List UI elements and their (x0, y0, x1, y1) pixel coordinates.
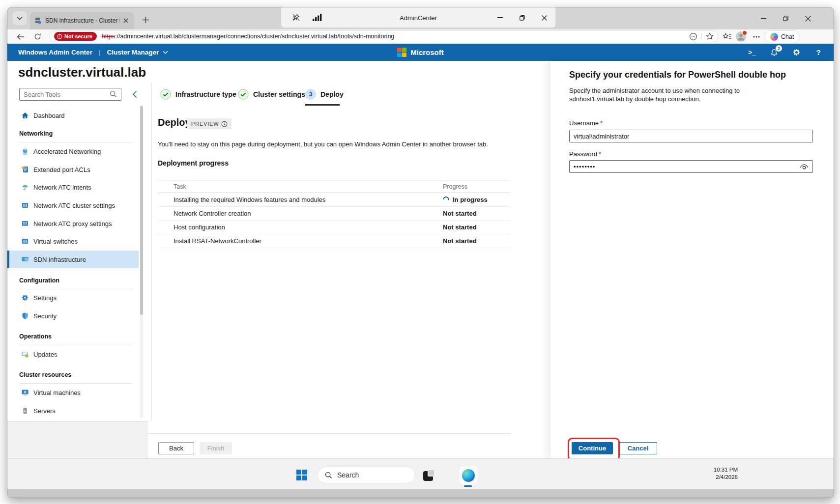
sidebar-item-network-atc-cluster-settings[interactable]: Network ATC cluster settings (7, 198, 139, 213)
step-number-badge: 3 (305, 89, 316, 100)
required-mark: * (600, 119, 603, 127)
taskbar-search[interactable]: Search (317, 467, 415, 483)
window-restore-button[interactable] (775, 7, 797, 29)
username-field[interactable] (569, 130, 813, 142)
reveal-password-eye-icon[interactable] (799, 163, 809, 170)
help-icon[interactable]: ? (814, 48, 823, 57)
gear-icon[interactable] (792, 48, 801, 57)
task-view-icon[interactable] (423, 471, 433, 481)
sidebar-scrollbar[interactable] (140, 105, 143, 418)
column-progress: Progress (443, 183, 467, 190)
sidebar-item-network-atc-proxy-settings[interactable]: Network ATC proxy settings (7, 216, 139, 231)
content-divider (151, 83, 152, 421)
tab-close-icon[interactable] (121, 16, 130, 25)
sidebar-collapse-icon[interactable] (130, 89, 140, 99)
deploy-note: You'll need to stay on this page during … (158, 140, 488, 148)
tab-title: SDN infrastructure - Cluster Mana (45, 17, 120, 24)
sidebar-item-updates[interactable]: Updates (7, 347, 139, 362)
grid-settings-icon (21, 220, 29, 227)
tab-favicon-cluster-icon (34, 17, 42, 25)
wizard-step-cluster-settings[interactable]: Cluster settings (238, 89, 305, 100)
servers-icon (21, 407, 29, 415)
window-minimize-button[interactable] (753, 7, 775, 29)
column-task: Task (158, 183, 443, 190)
microsoft-wordmark: Microsoft (410, 48, 444, 56)
microsoft-logo (397, 48, 406, 57)
step-complete-icon (238, 89, 249, 100)
edge-browser-icon[interactable] (459, 466, 478, 485)
wizard-footer-divider (148, 433, 511, 434)
table-row: Host configuration Not started (158, 221, 511, 234)
sidebar-item-network-atc-intents[interactable]: Network ATC intents (7, 180, 139, 195)
taskbar: Search ITA 10:31 PM 2/4/2026 (7, 458, 834, 489)
notifications-bell-icon[interactable]: 2 (770, 48, 779, 57)
scrollbar-thumb[interactable] (140, 106, 143, 315)
date-text: 2/4/2026 (716, 474, 738, 480)
continue-button[interactable]: Continue (572, 442, 613, 454)
sidebar-item-virtual-machines[interactable]: Virtual machines (7, 385, 139, 400)
sidebar-item-settings[interactable]: Settings (7, 290, 139, 305)
refresh-button[interactable] (31, 30, 44, 43)
notification-count-badge: 2 (776, 45, 782, 52)
sidebar-item-extended-port-acls[interactable]: Extended port ACLs (7, 162, 139, 177)
wizard-step-infrastructure-type[interactable]: Infrastructure type (160, 89, 236, 100)
settings-more-icon[interactable] (751, 31, 762, 42)
rdp-close-button[interactable] (533, 7, 555, 28)
chevron-down-icon (17, 16, 23, 20)
password-field[interactable] (569, 160, 813, 173)
sidebar-item-dashboard[interactable]: Dashboard (7, 108, 139, 123)
start-button[interactable] (296, 470, 307, 480)
active-app-indicator (464, 485, 472, 487)
window-close-button[interactable] (797, 7, 819, 29)
profile-avatar[interactable] (736, 31, 746, 42)
finish-button[interactable]: Finish (200, 442, 232, 454)
table-header: Task Progress (158, 180, 511, 193)
updates-icon (21, 350, 29, 358)
back-button[interactable]: Back (158, 442, 194, 454)
window-bottom-frame (7, 489, 834, 498)
password-label: Password* (569, 150, 601, 158)
tools-search-input[interactable] (19, 88, 121, 101)
virtual-machines-icon (21, 389, 29, 396)
cancel-button[interactable]: Cancel (619, 442, 657, 454)
browser-tabstrip: SDN infrastructure - Cluster Mana AdminC… (7, 7, 834, 29)
favorite-star-icon[interactable] (706, 32, 714, 40)
rdp-restore-button[interactable] (511, 7, 533, 28)
powershell-icon[interactable]: >_ (748, 48, 756, 57)
back-button[interactable] (14, 30, 27, 43)
rdp-minimize-button[interactable] (489, 7, 511, 28)
sidebar-item-servers[interactable]: Servers (7, 403, 139, 418)
browser-tab[interactable]: SDN infrastructure - Cluster Mana (30, 12, 134, 29)
wac-content: sdncluster.virtual.lab Dashboard Network… (7, 61, 834, 458)
not-secure-badge[interactable]: Not secure (54, 32, 97, 41)
sidebar-item-sdn-infrastructure[interactable]: SDN infrastructure (7, 251, 139, 268)
sidebar-section-cluster-resources: Cluster resources (19, 371, 71, 378)
new-tab-button[interactable] (139, 13, 152, 26)
virtual-switches-icon (21, 237, 29, 245)
sidebar-item-accelerated-networking[interactable]: Accelerated Networking (7, 144, 139, 159)
credentials-panel-description: Specify the administrator account to use… (569, 86, 791, 103)
tab-menu-button[interactable] (13, 11, 27, 25)
wac-header: Windows Admin Center | Cluster Manager M… (7, 44, 834, 61)
home-icon (21, 112, 29, 119)
atc-intents-icon (21, 183, 29, 191)
sidebar-section-operations: Operations (19, 333, 52, 340)
grid-settings-icon (21, 201, 29, 209)
addressbar-more-icon[interactable] (689, 32, 697, 41)
info-icon[interactable] (221, 121, 228, 127)
sidebar-item-virtual-switches[interactable]: Virtual switches (7, 234, 139, 249)
sidebar-footer-area (7, 421, 148, 458)
sidebar-section-networking: Networking (19, 130, 53, 137)
url-text: https://admincenter.virtual.lab/clusterm… (102, 33, 394, 40)
copilot-chat-button[interactable]: Chat (764, 30, 800, 43)
sdn-infrastructure-icon (21, 255, 29, 263)
settings-gear-icon (21, 294, 29, 302)
sidebar-item-security[interactable]: Security (7, 308, 139, 323)
search-icon (325, 472, 332, 479)
favorites-icon[interactable] (721, 31, 733, 42)
wizard-step-deploy[interactable]: 3 Deploy (305, 89, 344, 100)
taskbar-clock[interactable]: 10:31 PM 2/4/2026 (707, 466, 738, 481)
port-acls-icon (21, 166, 29, 173)
address-bar[interactable]: Not secure https://admincenter.virtual.l… (50, 30, 718, 42)
deployment-progress-table: Task Progress Installing the required Wi… (158, 180, 511, 248)
